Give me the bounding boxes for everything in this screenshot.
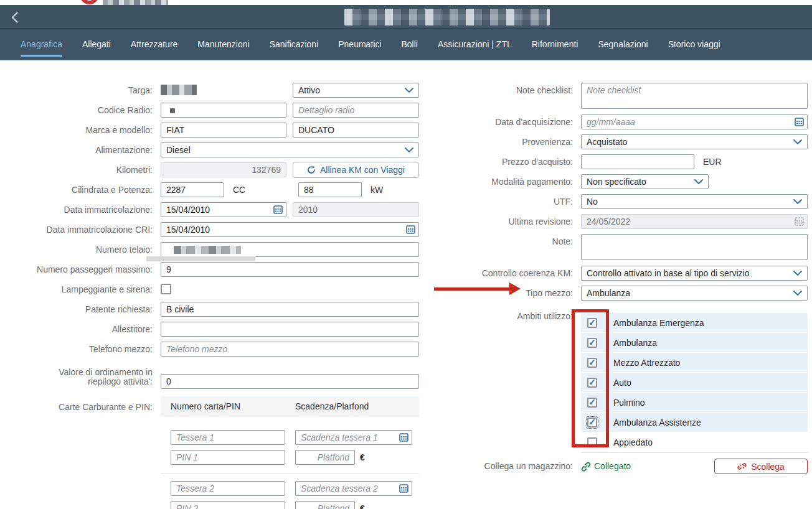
calendar-icon[interactable]: [406, 225, 415, 236]
tab-bolli[interactable]: Bolli: [402, 29, 418, 60]
allestitore-input[interactable]: [161, 322, 419, 337]
row-ambiti-utilizzo: Ambiti utilizzo: Ambulanza Emergenza Amb…: [436, 306, 812, 455]
calendar-icon[interactable]: [273, 205, 283, 216]
potenza-input[interactable]: [298, 182, 362, 197]
calendar-icon[interactable]: [399, 483, 408, 495]
allinea-km-button[interactable]: Allinea KM con Viaggi: [293, 162, 419, 178]
collegato-link-label: Collegato: [594, 459, 631, 474]
lampeggiante-label: Lampeggiante e sirena:: [0, 282, 161, 297]
ambiti-item-ambulanza-assistenze[interactable]: Ambulanza Assistenze: [581, 413, 808, 432]
scadenza-tessera1-input[interactable]: [295, 430, 412, 445]
codice-radio-input[interactable]: [161, 103, 286, 118]
back-button[interactable]: [6, 9, 22, 26]
telefono-input[interactable]: [161, 342, 419, 357]
tessera2-input[interactable]: [171, 481, 285, 496]
carte-label: Carte Carburante e PIN:: [0, 396, 161, 414]
utf-select-value: No: [587, 197, 793, 207]
tab-anagrafica[interactable]: Anagrafica: [21, 29, 62, 60]
anno-immatricolazione-input: [293, 202, 419, 217]
patente-input[interactable]: [161, 302, 419, 317]
telaio-input[interactable]: [161, 242, 419, 257]
row-data-immatricolazione-cri: Data immatricolazione CRI:: [0, 222, 428, 242]
acquisizione-input[interactable]: [581, 114, 808, 129]
lampeggiante-checkbox[interactable]: [161, 284, 171, 294]
pin1-input[interactable]: [171, 450, 285, 465]
collegato-link[interactable]: Collegato: [581, 459, 631, 474]
row-marca-modello: Marca e modello:: [0, 123, 428, 142]
kilometri-input: [161, 162, 286, 177]
ambiti-item-appiedato[interactable]: Appiedato: [581, 432, 808, 452]
modello-input[interactable]: [293, 123, 419, 138]
scollega-button[interactable]: Scollega: [714, 459, 808, 474]
ambiti-item-ambulanza-emergenza[interactable]: Ambulanza Emergenza: [581, 313, 808, 333]
ambiti-checkbox[interactable]: [587, 398, 597, 408]
ambiti-item-pulmino[interactable]: Pulmino: [581, 393, 808, 413]
ambiti-checkbox[interactable]: [587, 378, 597, 388]
row-tipo-mezzo: Tipo mezzo: Ambulanza: [436, 286, 812, 306]
tab-rifornimenti[interactable]: Rifornimenti: [532, 29, 578, 60]
scadenza-tessera2-input[interactable]: [295, 481, 412, 496]
patente-label: Patente richiesta:: [0, 302, 161, 317]
ambiti-checkbox[interactable]: [587, 418, 597, 427]
cc-unit-label: CC: [233, 182, 245, 197]
data-imm-cri-input[interactable]: [161, 222, 419, 237]
ambiti-item-ambulanza[interactable]: Ambulanza: [581, 333, 808, 353]
calendar-icon[interactable]: [795, 117, 804, 128]
page-title-redacted: [344, 9, 550, 26]
data-imm-input[interactable]: [161, 202, 286, 217]
row-data-acquisizione: Data d'acquisizione:: [436, 114, 812, 134]
tab-allegati[interactable]: Allegati: [82, 29, 111, 60]
alimentazione-select[interactable]: Diesel: [161, 142, 419, 157]
stato-select[interactable]: Attivo: [293, 83, 419, 98]
chevron-down-icon: [694, 179, 703, 184]
ambiti-checkbox[interactable]: [587, 338, 597, 348]
prezzo-input[interactable]: [581, 154, 694, 169]
ambiti-item-label: Ambulanza Emergenza: [613, 318, 704, 328]
row-alimentazione: Alimentazione: Diesel: [0, 142, 428, 162]
row-valore-ordinamento: Valore di ordinamento in riepilogo attiv…: [0, 362, 428, 389]
note-textarea[interactable]: [581, 234, 808, 260]
ambiti-item-label: Pulmino: [613, 398, 645, 408]
controllo-select[interactable]: Controllo attivato in base al tipo di se…: [581, 266, 808, 281]
tab-manutenzioni[interactable]: Manutenzioni: [197, 29, 249, 60]
dettaglio-radio-input[interactable]: [293, 103, 419, 118]
tab-sanificazioni[interactable]: Sanificazioni: [270, 29, 319, 60]
chevron-down-icon: [405, 88, 413, 93]
vehicle-detail-page: Anagrafica Allegati Attrezzature Manuten…: [0, 0, 812, 509]
ambiti-item-auto[interactable]: Auto: [581, 373, 808, 393]
passeggeri-input[interactable]: [161, 262, 419, 277]
tab-storico-viaggi[interactable]: Storico viaggi: [668, 29, 720, 60]
chevron-down-icon: [793, 199, 802, 204]
ambiti-checkbox[interactable]: [587, 358, 597, 368]
pagamento-label: Modalità pagamento:: [436, 174, 581, 189]
kw-unit-label: kW: [371, 182, 419, 197]
platfond2-input[interactable]: [295, 501, 355, 509]
ambiti-checkbox[interactable]: [587, 437, 597, 447]
provenienza-select[interactable]: Acquistato: [581, 134, 808, 149]
row-controllo-km: Controllo coerenza KM: Controllo attivat…: [436, 266, 812, 286]
tab-pneumatici[interactable]: Pneumatici: [338, 29, 381, 60]
row-allestitore: Allestitore:: [0, 322, 428, 342]
row-note-checklist: Note checklist:: [436, 83, 812, 114]
cilindrata-label: Cilindrata e Potenza:: [0, 182, 161, 197]
ambiti-item-mezzo-attrezzato[interactable]: Mezzo Attrezzato: [581, 353, 808, 373]
marca-input[interactable]: [161, 123, 286, 138]
tipo-mezzo-select[interactable]: Ambulanza: [581, 286, 808, 301]
controllo-select-value: Controllo attivato in base al tipo di se…: [587, 268, 793, 278]
tab-segnalazioni[interactable]: Segnalazioni: [598, 29, 648, 60]
note-checklist-textarea[interactable]: [581, 83, 808, 109]
pin2-input[interactable]: [171, 501, 285, 509]
magazzino-label: Collega un magazzino:: [436, 459, 581, 474]
cilindrata-input[interactable]: [161, 182, 224, 197]
platfond1-input[interactable]: [295, 450, 355, 465]
pagamento-select[interactable]: Non specificato: [581, 174, 709, 189]
tab-attrezzature[interactable]: Attrezzature: [131, 29, 177, 60]
right-form-panel: Note checklist: Data d'acquisizione: Pro…: [436, 83, 812, 479]
tessera1-input[interactable]: [171, 430, 285, 445]
tab-assicurazioni-ztl[interactable]: Assicurazioni | ZTL: [438, 29, 512, 60]
valore-ordinamento-input[interactable]: [161, 374, 419, 389]
row-cilindrata-potenza: Cilindrata e Potenza: CC kW: [0, 182, 428, 202]
utf-select[interactable]: No: [581, 194, 808, 209]
ambiti-checkbox[interactable]: [587, 318, 597, 328]
calendar-icon[interactable]: [399, 432, 408, 444]
